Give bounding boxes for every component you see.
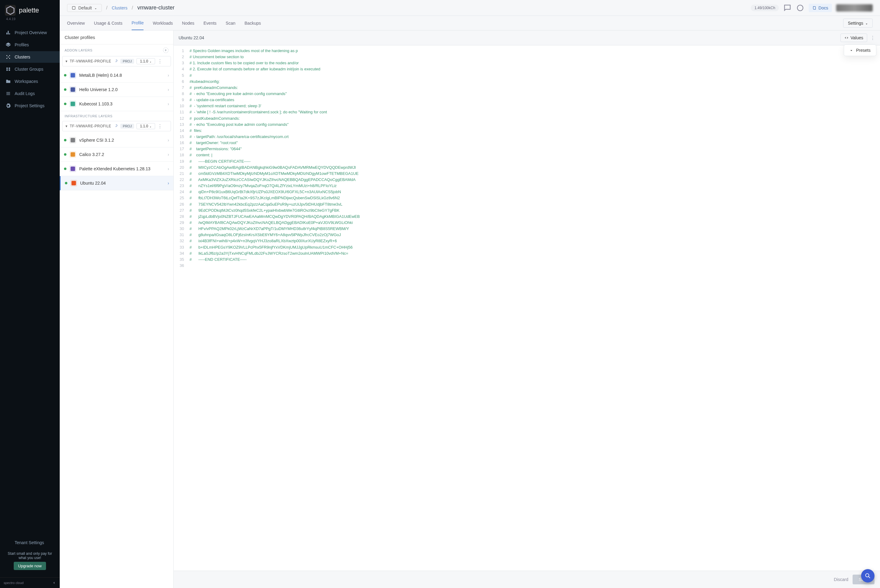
chevron-right-icon: › xyxy=(168,166,169,171)
kebab-icon[interactable]: ⋮ xyxy=(157,123,162,129)
svg-point-6 xyxy=(798,5,803,10)
tab-events[interactable]: Events xyxy=(204,16,217,30)
layer-row[interactable]: Hello Universe 1.2.0 › xyxy=(60,82,173,97)
user-menu[interactable] xyxy=(836,4,873,12)
scope-badge: PROJ xyxy=(120,59,134,64)
layer-row[interactable]: Palette eXtended Kubernetes 1.28.13 › xyxy=(60,162,173,176)
layer-label: Calico 3.27.2 xyxy=(79,152,104,157)
scope-selector[interactable]: Default xyxy=(67,4,102,12)
sidebar-item-label: Cluster Groups xyxy=(15,67,43,72)
layer-row[interactable]: Ubuntu 22.04 › xyxy=(60,176,173,190)
upgrade-now-button[interactable]: Upgrade now xyxy=(14,562,46,570)
svg-rect-7 xyxy=(71,73,75,78)
chevron-down-icon xyxy=(149,125,152,128)
svg-rect-5 xyxy=(72,6,75,9)
pack-icon xyxy=(69,100,76,107)
sidebar-item-label: Tenant Settings xyxy=(15,540,44,545)
chevron-right-icon: › xyxy=(168,73,169,78)
scope-icon xyxy=(72,6,76,10)
settings-label: Settings xyxy=(848,21,863,26)
code-editor[interactable]: 1234567891011121314151617181920212223242… xyxy=(174,45,880,571)
breadcrumb-clusters[interactable]: Clusters xyxy=(112,6,127,10)
status-dot-icon xyxy=(64,74,66,76)
status-dot-icon xyxy=(64,103,66,105)
breadcrumb-separator: / xyxy=(132,5,133,10)
sidebar: palette 4.4.19 Project Overview Profiles… xyxy=(0,0,60,588)
sidebar-item-workspaces[interactable]: Workspaces xyxy=(0,75,60,87)
sidebar-nav: Project Overview Profiles Clusters Clust… xyxy=(0,24,60,548)
values-button[interactable]: Values xyxy=(840,33,867,42)
svg-point-2 xyxy=(6,58,7,59)
svg-rect-13 xyxy=(72,181,76,186)
layer-label: Ubuntu 22.04 xyxy=(80,181,106,186)
sidebar-item-project-overview[interactable]: Project Overview xyxy=(0,27,60,38)
footer-brand: spectro cloud xyxy=(4,581,24,585)
list-icon xyxy=(6,91,11,96)
sidebar-item-label: Audit Logs xyxy=(15,91,35,96)
layers-icon xyxy=(6,42,11,48)
layer-row[interactable]: Kubecost 1.103.3 › xyxy=(60,97,173,111)
tab-backups[interactable]: Backups xyxy=(245,16,261,30)
main: Default / Clusters / vmware-cluster 1.49… xyxy=(60,0,880,588)
sidebar-item-profiles[interactable]: Profiles xyxy=(0,39,60,51)
pack-icon xyxy=(69,165,76,172)
collapse-sidebar-icon[interactable] xyxy=(52,581,56,585)
chevron-down-icon[interactable]: ▾ xyxy=(66,59,67,63)
editor-title: Ubuntu 22.04 xyxy=(178,35,204,40)
layer-row[interactable]: vSphere CSI 3.1.2 › xyxy=(60,133,173,147)
chevron-down-icon[interactable]: ▾ xyxy=(66,124,67,128)
add-addon-layer-icon[interactable]: + xyxy=(163,48,168,53)
search-fab[interactable] xyxy=(861,569,874,582)
kebab-icon[interactable]: ⋮ xyxy=(157,58,162,64)
status-dot-icon xyxy=(64,88,66,91)
chart-icon xyxy=(6,30,11,35)
profiles-title: Cluster profiles xyxy=(60,30,173,45)
sidebar-item-tenant-settings[interactable]: Tenant Settings xyxy=(0,537,60,548)
docs-button[interactable]: Docs xyxy=(809,4,832,12)
cluster-settings-button[interactable]: Settings xyxy=(843,19,873,28)
sidebar-item-audit-logs[interactable]: Audit Logs xyxy=(0,88,60,99)
gear-icon xyxy=(6,103,11,108)
pack-icon xyxy=(69,86,76,93)
chevron-down-icon xyxy=(94,6,97,9)
values-label: Values xyxy=(850,35,863,40)
status-dot-icon xyxy=(64,139,66,141)
chevron-right-icon: › xyxy=(168,87,169,92)
layers-icon xyxy=(6,66,11,72)
discard-button[interactable]: Discard xyxy=(834,577,848,582)
svg-rect-12 xyxy=(71,166,75,171)
tab-workloads[interactable]: Workloads xyxy=(153,16,173,30)
sidebar-item-cluster-groups[interactable]: Cluster Groups xyxy=(0,63,60,75)
version-dropdown[interactable]: 1.1.0 xyxy=(136,58,155,64)
tab-usage-costs[interactable]: Usage & Costs xyxy=(94,16,122,30)
presets-label: Presets xyxy=(856,48,871,53)
pack-icon xyxy=(69,72,76,79)
scope-badge: PROJ xyxy=(120,124,134,129)
tab-scan[interactable]: Scan xyxy=(226,16,235,30)
tab-profile[interactable]: Profile xyxy=(132,16,144,30)
search-icon xyxy=(865,573,871,579)
brand: palette xyxy=(0,0,60,17)
chat-icon[interactable] xyxy=(783,4,792,12)
sidebar-item-label: Project Settings xyxy=(15,103,45,108)
tab-nodes[interactable]: Nodes xyxy=(182,16,194,30)
presets-popover[interactable]: Presets xyxy=(844,45,876,56)
sidebar-item-project-settings[interactable]: Project Settings xyxy=(0,100,60,111)
sidebar-footer: spectro cloud xyxy=(0,578,60,588)
kebab-icon[interactable]: ⋮ xyxy=(870,35,875,41)
tab-overview[interactable]: Overview xyxy=(67,16,85,30)
chevron-right-icon: › xyxy=(168,138,169,142)
layer-row[interactable]: Calico 3.27.2 › xyxy=(60,147,173,162)
svg-point-4 xyxy=(8,57,9,58)
version-dropdown[interactable]: 1.1.0 xyxy=(136,123,155,129)
layer-row[interactable]: MetalLB (Helm) 0.14.8 › xyxy=(60,68,173,82)
svg-point-1 xyxy=(9,55,10,56)
book-icon xyxy=(813,6,817,10)
status-dot-icon xyxy=(65,182,67,184)
pack-icon xyxy=(69,151,76,158)
infra-layers-header: INFRASTRUCTURE LAYERS xyxy=(60,111,173,121)
version-value: 1.1.0 xyxy=(140,124,148,128)
sidebar-item-clusters[interactable]: Clusters xyxy=(0,51,60,63)
notification-icon[interactable] xyxy=(796,4,804,12)
topbar: Default / Clusters / vmware-cluster 1.49… xyxy=(60,0,880,16)
